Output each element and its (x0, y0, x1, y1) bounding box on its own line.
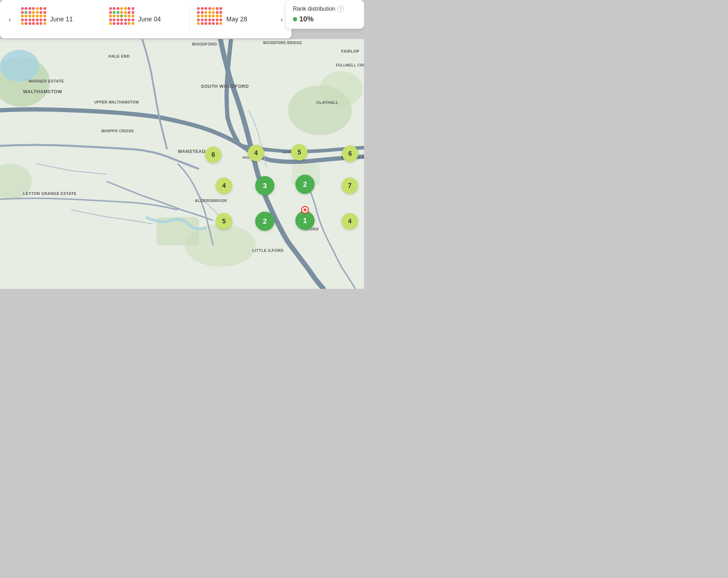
dot (32, 15, 35, 17)
dot (25, 11, 27, 14)
dot (204, 15, 207, 17)
dot (117, 7, 119, 10)
dot (216, 15, 219, 17)
dot (128, 15, 130, 17)
svg-point-6 (320, 71, 363, 107)
prev-arrow[interactable]: ‹ (6, 12, 14, 26)
rank-marker-7[interactable]: 7 (342, 177, 358, 194)
dot (113, 11, 116, 14)
next-arrow[interactable]: › (278, 12, 286, 26)
help-icon[interactable]: ? (337, 6, 344, 12)
dot (36, 22, 39, 25)
dot (117, 18, 119, 21)
dot (132, 15, 134, 17)
dot (113, 22, 116, 25)
dot (32, 7, 35, 10)
dot (113, 15, 116, 17)
dot (117, 15, 119, 17)
dot (219, 15, 222, 17)
dot (28, 18, 31, 21)
dot (120, 7, 123, 10)
rank-percent: 10% (299, 15, 314, 23)
dot (208, 18, 211, 21)
target-pin[interactable] (301, 206, 309, 214)
rank-marker-10[interactable]: 1 (295, 211, 315, 230)
date-items: June 11 June 04 May 28 (14, 4, 278, 34)
dot (25, 15, 27, 17)
rank-marker-8[interactable]: 5 (216, 213, 232, 229)
date-item-june04[interactable]: June 04 (102, 4, 190, 34)
dot (120, 18, 123, 21)
dot (120, 22, 123, 25)
dot (197, 18, 200, 21)
dot (113, 18, 116, 21)
rank-marker-11[interactable]: 4 (342, 213, 358, 229)
dot (204, 22, 207, 25)
date-item-june11[interactable]: June 11 (14, 4, 102, 34)
dot (120, 15, 123, 17)
dot (109, 15, 112, 17)
map-container: WOODFORD WOODFORD BRIDGE FAIRLOP HALE EN… (0, 39, 364, 289)
dot (36, 15, 39, 17)
dot (21, 7, 24, 10)
dot (32, 22, 35, 25)
rank-marker-5[interactable]: 3 (255, 176, 274, 195)
rank-title-row: Rank distribution ? (293, 6, 357, 12)
dot (28, 15, 31, 17)
rank-marker-9[interactable]: 2 (255, 212, 274, 231)
dot (204, 11, 207, 14)
dot (21, 15, 24, 17)
dot (208, 15, 211, 17)
rank-marker-2[interactable]: 5 (291, 144, 307, 160)
dot (43, 22, 46, 25)
dot (197, 7, 200, 10)
rank-panel: Rank distribution ? 10% (286, 0, 364, 29)
rank-distribution-title: Rank distribution (293, 6, 335, 12)
dot (43, 18, 46, 21)
dot (32, 11, 35, 14)
dot (132, 22, 134, 25)
dot (36, 18, 39, 21)
dot (21, 22, 24, 25)
dot (117, 11, 119, 14)
dot (39, 11, 42, 14)
svg-point-8 (0, 50, 39, 82)
dot (28, 22, 31, 25)
dot (109, 11, 112, 14)
dot (21, 18, 24, 21)
dot (43, 7, 46, 10)
dot (219, 11, 222, 14)
dot (124, 18, 127, 21)
dot (212, 15, 215, 17)
dot (113, 7, 116, 10)
dot (201, 22, 204, 25)
dot (212, 11, 215, 14)
dot (124, 7, 127, 10)
rank-marker-0[interactable]: 6 (205, 147, 221, 163)
dot (212, 7, 215, 10)
dot-grid-june04 (109, 7, 133, 31)
dot (39, 18, 42, 21)
header-panel: ‹ June 11 June 04 May 28 › (0, 0, 291, 38)
rank-marker-3[interactable]: 6 (342, 145, 358, 162)
dot (25, 7, 27, 10)
dot (132, 7, 134, 10)
dot (197, 15, 200, 17)
rank-marker-4[interactable]: 4 (216, 177, 232, 194)
dot (197, 11, 200, 14)
dot (197, 22, 200, 25)
map-background (0, 39, 364, 289)
date-item-may28[interactable]: May 28 (190, 4, 278, 34)
dot (128, 7, 130, 10)
dot (109, 7, 112, 10)
dot (25, 18, 27, 21)
dot (201, 15, 204, 17)
dot (25, 22, 27, 25)
dot (128, 22, 130, 25)
rank-marker-6[interactable]: 2 (295, 175, 315, 194)
dot (128, 18, 130, 21)
dot (36, 7, 39, 10)
rank-marker-1[interactable]: 4 (248, 145, 264, 161)
dot (120, 11, 123, 14)
dot (109, 22, 112, 25)
